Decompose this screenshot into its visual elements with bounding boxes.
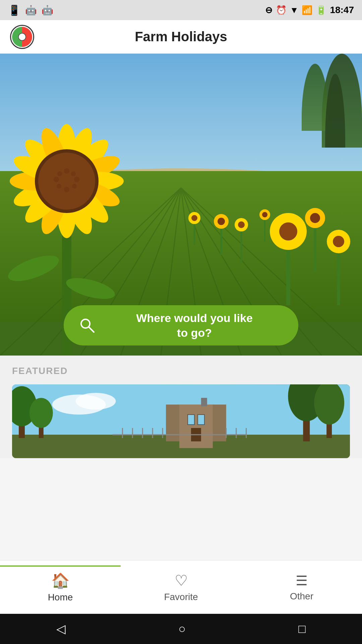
home-icon: 🏠 [51, 572, 70, 589]
dnd-icon: ⊖ [265, 5, 273, 15]
svg-point-69 [29, 398, 53, 428]
svg-point-56 [64, 187, 69, 192]
page-title: Farm Holidays [34, 29, 328, 44]
android-icon1: 🤖 [25, 5, 37, 16]
svg-point-26 [310, 213, 320, 223]
svg-point-20 [262, 212, 267, 217]
svg-point-32 [5, 250, 62, 286]
bottom-navigation: 🏠 Home ♡ Favorite ☰ Other [0, 560, 362, 614]
svg-point-17 [238, 221, 245, 228]
android-back-button[interactable]: ◁ [56, 622, 66, 636]
whatsapp-icon: 📱 [8, 4, 20, 16]
nav-label-home: Home [48, 592, 73, 603]
search-placeholder: Where would you liketo go? [104, 311, 285, 340]
svg-line-61 [89, 327, 94, 332]
signal-icon: 📶 [302, 5, 312, 15]
nav-label-favorite: Favorite [164, 592, 198, 602]
svg-rect-73 [198, 415, 204, 425]
app-logo [10, 25, 34, 49]
featured-card-image [12, 384, 350, 458]
android-icon2: 🤖 [42, 5, 53, 16]
svg-point-58 [54, 177, 59, 182]
featured-label: FEATURED [12, 366, 350, 376]
svg-rect-75 [201, 398, 207, 406]
svg-point-51 [38, 153, 95, 210]
svg-point-52 [64, 168, 69, 174]
favorite-icon: ♡ [175, 572, 188, 589]
nav-label-other: Other [290, 591, 313, 602]
other-icon: ☰ [296, 573, 308, 588]
status-bar: 📱 🤖 🤖 ⊖ ⏰ ▼ 📶 🔋 18:47 [0, 0, 362, 20]
svg-point-55 [72, 184, 77, 189]
search-bar[interactable]: Where would you liketo go? [64, 305, 298, 345]
hero-section: Where would you liketo go? [0, 54, 362, 356]
alarm-icon: ⏰ [276, 5, 287, 15]
status-bar-left: 📱 🤖 🤖 [8, 4, 53, 16]
wifi-icon: ▼ [290, 5, 299, 15]
svg-point-29 [333, 236, 344, 247]
featured-card[interactable] [12, 384, 350, 458]
battery-icon: 🔋 [316, 5, 326, 15]
time-display: 18:47 [330, 5, 354, 15]
svg-point-23 [279, 222, 297, 240]
svg-point-59 [57, 171, 62, 176]
featured-section: FEATURED [0, 356, 362, 458]
svg-point-64 [76, 393, 116, 410]
android-home-button[interactable]: ○ [178, 622, 186, 636]
svg-point-33 [64, 274, 117, 303]
svg-point-54 [74, 177, 79, 182]
nav-item-other[interactable]: ☰ Other [241, 568, 362, 607]
svg-rect-71 [179, 405, 213, 448]
app-header: Farm Holidays [0, 20, 362, 54]
svg-point-53 [71, 171, 76, 176]
svg-point-11 [191, 215, 197, 221]
svg-point-14 [218, 218, 225, 225]
status-bar-right: ⊖ ⏰ ▼ 📶 🔋 18:47 [265, 5, 354, 15]
svg-point-57 [57, 184, 61, 189]
svg-rect-72 [188, 415, 194, 425]
android-recent-button[interactable]: □ [298, 622, 306, 636]
nav-item-home[interactable]: 🏠 Home [0, 566, 121, 608]
search-icon [77, 315, 97, 335]
android-navigation-bar: ◁ ○ □ [0, 614, 362, 644]
nav-item-favorite[interactable]: ♡ Favorite [121, 567, 241, 608]
